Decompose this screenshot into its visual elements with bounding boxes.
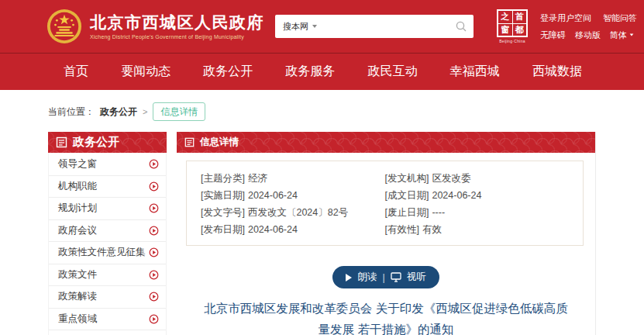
nav-item[interactable]: 政务公开 xyxy=(203,64,253,80)
meta-field-value: ---- xyxy=(432,207,445,218)
header-link[interactable]: 移动版 xyxy=(575,29,601,41)
meta-field-value: 2024-06-24 xyxy=(248,224,298,235)
sidebar-item-label: 规划计划 xyxy=(58,202,97,215)
read-aloud-video-button[interactable]: 朗读 | 视听 xyxy=(332,266,439,288)
sidebar-item[interactable]: 政府公报 xyxy=(49,330,166,335)
search-box: 搜本网 xyxy=(275,15,474,38)
meta-field: [实施日期]2024-06-24 xyxy=(201,188,385,203)
circled-play-icon xyxy=(149,203,159,213)
sidebar-item[interactable]: 政府会议 xyxy=(49,219,166,242)
breadcrumb: 当前位置： 政务公开 > 信息详情 xyxy=(48,102,644,121)
meta-field-value: 2024-06-24 xyxy=(432,190,481,201)
meta-field-value: 区发改委 xyxy=(432,173,470,184)
language-toggle-label: 简体 xyxy=(610,29,627,41)
content-area: 政务公开 领导之窗 机构职能 规划计划 xyxy=(48,132,596,335)
sidebar-title: 政务公开 xyxy=(73,135,119,150)
search-button[interactable] xyxy=(449,21,474,32)
document-meta-box: [主题分类]经济 [发文机构]区发改委 [实施日期]2024-06-24 [成文… xyxy=(186,161,584,246)
sidebar-item-label: 机构职能 xyxy=(58,180,97,193)
nav-item[interactable]: 幸福西城 xyxy=(450,64,500,80)
meta-field-label: [实施日期] xyxy=(201,190,245,201)
sidebar-list: 领导之窗 机构职能 规划计划 xyxy=(48,153,167,335)
sidebar-item-label: 政府会议 xyxy=(58,224,97,237)
nav-item[interactable]: 要闻动态 xyxy=(121,64,170,80)
sidebar-header: 政务公开 xyxy=(48,132,167,153)
national-emblem-icon xyxy=(46,9,82,44)
meta-field-label: [成文日期] xyxy=(385,190,429,201)
sidebar-item[interactable]: 政策解读 xyxy=(49,285,166,308)
meta-field-label: [主题分类] xyxy=(201,173,245,184)
cw-char: 都 xyxy=(513,24,527,36)
detail-panel-header: 信息详情 xyxy=(177,132,595,153)
sidebar-item[interactable]: 政策性文件意见征集 xyxy=(49,241,166,264)
button-divider: | xyxy=(382,272,384,283)
nav-item[interactable]: 首页 xyxy=(64,64,88,80)
meta-field-value: 西发改文〔2024〕82号 xyxy=(248,207,348,218)
header-link[interactable]: 无障碍 xyxy=(540,29,566,41)
nav-item[interactable]: 政民互动 xyxy=(368,64,418,80)
meta-field: [主题分类]经济 xyxy=(201,171,385,186)
circled-play-icon xyxy=(149,159,159,169)
document-lines-icon xyxy=(56,136,67,148)
meta-field: [发布日期]2024-06-24 xyxy=(201,222,385,237)
header-quick-links: 登录用户空间智能问答 无障碍移动版 简体 xyxy=(540,12,637,41)
sidebar-item[interactable]: 领导之窗 xyxy=(49,153,166,175)
detail-panel: 信息详情 [主题分类]经济 [发文机构]区发改委 [实施日期]2024-06-2… xyxy=(177,132,596,335)
sidebar-item[interactable]: 机构职能 xyxy=(49,175,166,198)
document-lines-icon xyxy=(184,137,195,147)
cw-char: 之 xyxy=(498,11,512,23)
nav-item[interactable]: 西城数据 xyxy=(532,64,582,80)
sidebar-item[interactable]: 重点领域 xyxy=(49,308,166,330)
article-title: 北京市西城区发展和改革委员会 关于印发《西城区促进绿色低碳高质量发展 若干措施》… xyxy=(201,298,571,335)
site-title: 北京市西城区人民政府 xyxy=(90,13,264,32)
chevron-down-icon xyxy=(630,33,634,36)
sidebar-item[interactable]: 政策文件 xyxy=(49,264,166,286)
read-aloud-label: 朗读 xyxy=(357,271,377,284)
sidebar-item-label: 重点领域 xyxy=(58,313,97,326)
capital-window-grid: 之 首 窗 都 xyxy=(497,9,528,37)
search-icon xyxy=(456,21,467,32)
circled-play-icon xyxy=(149,181,159,192)
breadcrumb-separator: > xyxy=(143,107,147,116)
site-title-block: 北京市西城区人民政府 Xicheng District People's Gov… xyxy=(90,13,264,40)
search-input[interactable] xyxy=(323,22,449,31)
breadcrumb-current-tag: 信息详情 xyxy=(153,102,205,121)
circled-play-icon xyxy=(149,292,159,302)
meta-field-label: [废止日期] xyxy=(385,207,429,218)
search-scope-dropdown[interactable]: 搜本网 xyxy=(275,21,323,33)
circled-play-icon xyxy=(149,247,159,257)
header-link[interactable]: 登录用户空间 xyxy=(540,12,591,24)
site-subtitle: Xicheng District People's Government of … xyxy=(90,34,264,40)
video-label: 视听 xyxy=(407,271,426,284)
meta-field: [发文机构]区发改委 xyxy=(385,171,570,186)
meta-field: [废止日期]---- xyxy=(385,205,570,220)
meta-field-label: [有效性] xyxy=(385,224,419,235)
site-header: 北京市西城区人民政府 Xicheng District People's Gov… xyxy=(0,0,644,53)
meta-field: [有效性]有效 xyxy=(385,222,570,237)
language-toggle[interactable]: 简体 xyxy=(610,29,634,41)
meta-field-label: [发文字号] xyxy=(201,207,245,218)
meta-field: [发文字号]西发改文〔2024〕82号 xyxy=(201,205,385,220)
meta-field-value: 2024-06-24 xyxy=(248,190,298,201)
sidebar-item-label: 领导之窗 xyxy=(58,157,97,171)
main-nav: 首页要闻动态政务公开政务服务政民互动幸福西城西城数据 xyxy=(0,53,644,90)
play-icon xyxy=(346,274,352,281)
capital-window-logo[interactable]: 之 首 窗 都 Beijing·China xyxy=(497,9,528,43)
meta-field: [成文日期]2024-06-24 xyxy=(385,188,570,203)
cw-char: 首 xyxy=(513,11,527,23)
header-link[interactable]: 智能问答 xyxy=(603,12,637,24)
search-scope-label: 搜本网 xyxy=(283,21,308,33)
breadcrumb-section-link[interactable]: 政务公开 xyxy=(100,105,137,119)
monitor-icon xyxy=(391,272,401,282)
chevron-down-icon xyxy=(312,25,317,28)
sidebar: 政务公开 领导之窗 机构职能 规划计划 xyxy=(48,132,167,335)
sidebar-item-label: 政策文件 xyxy=(58,268,97,281)
sidebar-item-label: 政策解读 xyxy=(58,290,97,303)
circled-play-icon xyxy=(149,270,159,280)
circled-play-icon xyxy=(149,314,159,324)
sidebar-item-label: 政策性文件意见征集 xyxy=(58,246,146,259)
sidebar-item[interactable]: 规划计划 xyxy=(49,197,166,219)
nav-item[interactable]: 政务服务 xyxy=(285,64,335,80)
meta-field-value: 有效 xyxy=(422,224,442,235)
meta-field-value: 经济 xyxy=(248,173,267,184)
